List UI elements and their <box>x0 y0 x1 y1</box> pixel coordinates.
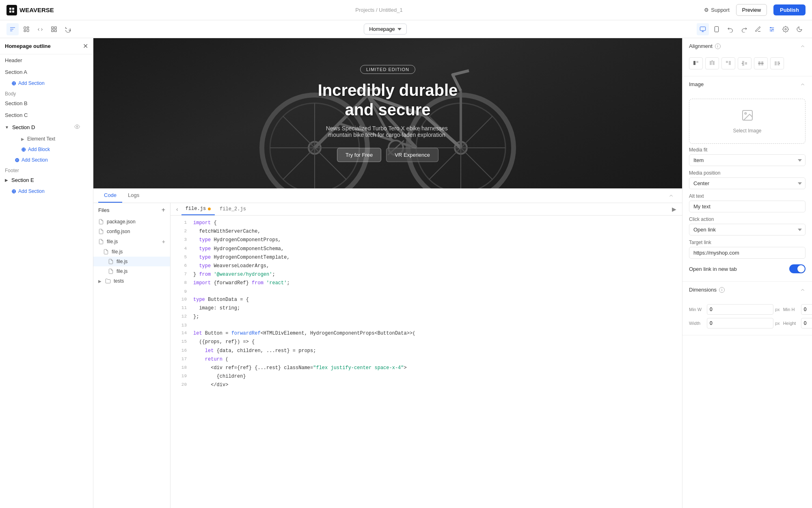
publish-button[interactable]: Publish <box>773 4 806 15</box>
file-icon <box>103 249 109 255</box>
hero-btn-primary[interactable]: Try for Free <box>337 148 381 162</box>
file-item-filejs4[interactable]: file.js <box>93 266 170 276</box>
header-item[interactable]: Header <box>0 54 93 66</box>
alt-text-label: Alt text <box>689 193 806 199</box>
align-top-right-icon <box>725 60 732 67</box>
min-w-input[interactable] <box>707 304 773 315</box>
file-icon <box>98 219 104 225</box>
open-new-tab-toggle[interactable] <box>789 264 806 273</box>
section-e-row[interactable]: ▶ Section E <box>0 174 93 186</box>
section-b-item[interactable]: Section B <box>0 97 93 109</box>
grid-tool-button[interactable] <box>48 23 60 35</box>
topbar-right: ⚙ Support Preview Publish <box>704 4 806 16</box>
add-section-a-button[interactable]: ⊕ Add Section <box>3 78 53 89</box>
align-top-left-button[interactable] <box>689 57 703 69</box>
pages-tool-button[interactable] <box>20 23 32 35</box>
add-file-child-button[interactable]: + <box>162 238 165 245</box>
file-item-filejs2[interactable]: file.js <box>93 247 170 257</box>
refresh-tool-button[interactable] <box>62 23 74 35</box>
code-line: 1import { <box>171 219 682 227</box>
align-top-right-button[interactable] <box>721 57 735 69</box>
code-line: 16 let {data, children, ...rest} = props… <box>171 347 682 355</box>
select-image-button[interactable]: Select Image <box>689 99 806 144</box>
file-icon <box>98 239 104 244</box>
svg-point-15 <box>772 28 773 30</box>
svg-point-14 <box>770 27 771 28</box>
toggle-knob <box>797 265 805 272</box>
pen-tool-button[interactable] <box>752 23 764 35</box>
align-middle-center-button[interactable] <box>754 57 768 69</box>
code-line: 14let Button = forwardRef<HTMLDivElement… <box>171 329 682 338</box>
file-item-package[interactable]: package.json <box>93 217 170 227</box>
support-button[interactable]: ⚙ Support <box>704 7 730 13</box>
image-header[interactable]: Image <box>682 76 812 92</box>
mobile-view-button[interactable] <box>710 23 723 35</box>
width-input[interactable] <box>707 318 773 329</box>
section-e-label: Section E <box>11 177 34 183</box>
add-section-d-button[interactable]: ⊕ Add Section <box>6 155 56 165</box>
hero-btn-secondary[interactable]: VR Experience <box>386 148 438 162</box>
code-nav-prev-button[interactable]: ‹ <box>174 204 181 214</box>
outline-tool-button[interactable] <box>6 23 19 35</box>
height-input[interactable] <box>801 318 812 329</box>
settings-tool-button[interactable] <box>780 23 792 35</box>
alt-text-input[interactable] <box>689 201 806 212</box>
align-top-center-button[interactable] <box>705 57 719 69</box>
svg-rect-47 <box>726 61 728 63</box>
click-action-select[interactable]: Open link None Modal <box>689 224 806 236</box>
undo-button[interactable] <box>724 23 736 35</box>
min-h-input[interactable] <box>801 304 812 315</box>
adjust-tool-button[interactable] <box>766 23 778 35</box>
media-position-select[interactable]: Center Top Bottom Left Right <box>689 177 806 189</box>
media-fit-select[interactable]: Item Cover Contain Fill None <box>689 154 806 166</box>
align-middle-left-button[interactable] <box>738 57 752 69</box>
code-tab-file2[interactable]: file_2.js <box>216 203 250 215</box>
section-c-item[interactable]: Section C <box>0 109 93 121</box>
collapse-editor-button[interactable] <box>665 190 677 202</box>
section-a-item[interactable]: Section A <box>0 66 93 78</box>
svg-rect-44 <box>710 61 712 65</box>
code-tool-button[interactable] <box>34 23 46 35</box>
folder-icon <box>105 278 111 284</box>
tab-code[interactable]: Code <box>98 188 122 203</box>
support-icon: ⚙ <box>704 7 709 13</box>
svg-rect-1 <box>12 8 14 10</box>
file-item-tests[interactable]: ▶ tests <box>93 276 170 286</box>
media-position-field: Media position Center Top Bottom Left Ri… <box>689 170 806 189</box>
code-nav-next-button[interactable]: ▶ <box>669 204 679 214</box>
alignment-header[interactable]: Alignment i <box>682 38 812 54</box>
add-section-footer-button[interactable]: ⊕ Add Section <box>3 186 53 197</box>
target-link-input[interactable] <box>689 247 806 259</box>
add-block-button[interactable]: ⊕ Add Block <box>6 144 65 155</box>
section-d-row[interactable]: ▼ Section D <box>0 121 93 134</box>
dimensions-header[interactable]: Dimensions i <box>682 282 812 298</box>
theme-toggle-button[interactable] <box>793 23 806 35</box>
canvas-tabs: Code Logs <box>98 188 145 203</box>
file-item-config[interactable]: config.json <box>93 227 170 236</box>
height-label: Height <box>783 321 799 326</box>
click-action-field: Click action Open link None Modal <box>689 216 806 236</box>
desktop-view-button[interactable] <box>697 23 709 35</box>
svg-rect-42 <box>693 61 695 65</box>
redo-button[interactable] <box>738 23 750 35</box>
panel-header: Homepage outline ✕ <box>0 38 93 54</box>
file-item-filejs[interactable]: file.js + <box>93 236 170 247</box>
file-item-filejs3[interactable]: file.js <box>93 257 170 266</box>
panel-title: Homepage outline <box>5 43 51 49</box>
dimensions-info-icon: i <box>719 287 725 293</box>
align-middle-right-button[interactable] <box>770 57 784 69</box>
close-panel-button[interactable]: ✕ <box>83 42 88 50</box>
visibility-icon[interactable] <box>74 124 80 131</box>
code-tab-filejs[interactable]: file.js <box>181 203 215 215</box>
align-middle-right-icon <box>774 60 780 67</box>
toolbar-center: Homepage <box>76 24 695 35</box>
alignment-title: Alignment i <box>689 43 721 49</box>
tab-logs[interactable]: Logs <box>122 188 145 203</box>
element-text-item[interactable]: ▶ Element Text <box>6 134 93 144</box>
page-dropdown[interactable]: Homepage <box>364 24 407 35</box>
add-file-button[interactable]: + <box>162 206 165 214</box>
svg-rect-0 <box>9 8 11 10</box>
preview-button[interactable]: Preview <box>736 4 767 16</box>
code-line: 5 type HydrogenComponentTemplate, <box>171 253 682 262</box>
drag-icon[interactable] <box>82 124 88 131</box>
